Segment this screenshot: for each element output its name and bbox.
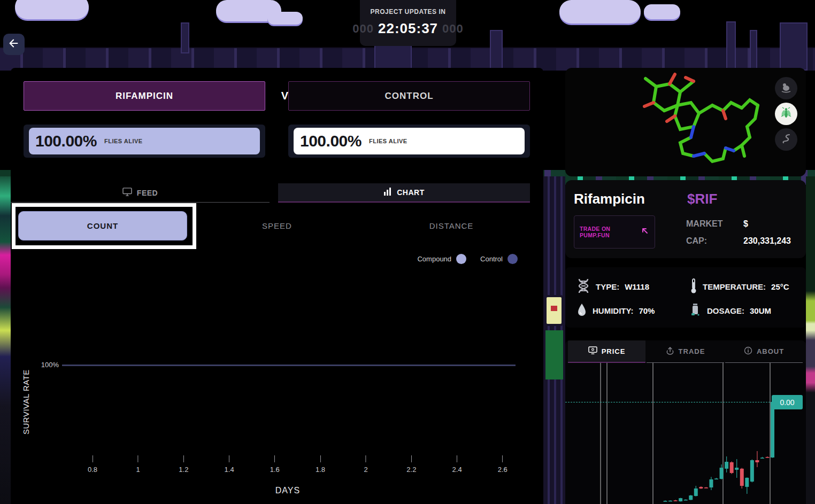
metric-tab-distance[interactable]: DISTANCE (429, 221, 474, 230)
background-left-strip (0, 176, 11, 504)
humidity-value: 70% (639, 306, 655, 315)
compound-stat-card: 100.00% FLIES ALIVE (24, 125, 265, 158)
droplet-icon (576, 303, 587, 319)
arrow-up-left-icon (641, 227, 649, 237)
x-tick: 0.8 (88, 455, 97, 474)
countdown-prefix: 000 (352, 22, 374, 36)
compound-tab-rifampicin[interactable]: RIFAMPICIN (24, 81, 265, 111)
countdown-label: PROJECT UPDATES IN (360, 8, 456, 15)
compound-name: Rifampicin (574, 191, 645, 207)
y-tick-100: 100% (31, 361, 59, 369)
market-cap-label-1: MARKET (686, 219, 722, 229)
tab-trade[interactable]: TRADE (647, 340, 724, 363)
fly-icon (779, 106, 793, 122)
tab-chart-label: CHART (397, 188, 425, 197)
compound-survival-label: FLIES ALIVE (104, 138, 143, 144)
dosage-bottle-icon (690, 303, 702, 319)
tab-trade-label: TRADE (679, 347, 705, 355)
tab-feed-label: FEED (137, 189, 158, 197)
organism-button-worm[interactable] (775, 128, 797, 151)
dosage-label: DOSAGE: (707, 306, 744, 315)
share-arrow-icon (666, 346, 674, 356)
tab-about-label: ABOUT (757, 347, 784, 355)
control-tab[interactable]: CONTROL (288, 81, 530, 111)
x-tick: 1.2 (179, 455, 188, 474)
background-detail (551, 306, 557, 311)
market-cap-currency: $ (743, 219, 748, 229)
machinery-tower (726, 21, 736, 71)
info-icon (744, 346, 752, 356)
background-detail (545, 330, 563, 379)
x-tick: 1.4 (225, 455, 234, 474)
humidity-label: HUMIDITY: (593, 306, 633, 315)
type-label: TYPE: (596, 282, 619, 291)
worm-icon (780, 132, 793, 147)
control-stat-card: 100.00% FLIES ALIVE (288, 125, 530, 158)
dosage-value: 30UM (750, 306, 771, 315)
experiment-params-panel: TYPE: W1118 TEMPERATURE: 25°C HUMIDITY: … (565, 267, 806, 328)
cloud (15, 0, 89, 19)
countdown-time: 22:05:37 (378, 20, 438, 37)
bar-chart-icon (383, 188, 392, 197)
x-tick: 2 (364, 455, 368, 474)
metric-tab-count[interactable]: COUNT (18, 211, 187, 241)
temperature-value: 25°C (771, 282, 789, 291)
tab-price-label: PRICE (602, 347, 626, 355)
price-panel: PRICE TRADE ABOUT 0.00 (565, 340, 806, 504)
x-tick: 1 (136, 455, 140, 474)
molecule-image (565, 68, 806, 176)
token-ticker: $RIF (687, 191, 717, 207)
organism-button-mouse[interactable] (775, 77, 797, 99)
metric-tab-speed[interactable]: SPEED (262, 221, 292, 230)
background-right-strip (806, 176, 815, 504)
type-value: W1118 (625, 282, 649, 291)
market-cap-value: 230,331,243 (743, 236, 791, 246)
temperature-label: TEMPERATURE: (703, 282, 766, 291)
trade-on-pumpfun-label: TRADE ON PUMP.FUN (580, 226, 641, 238)
legend-control-dot (508, 254, 518, 264)
control-survival-label: FLIES ALIVE (369, 138, 408, 144)
tab-chart[interactable]: CHART (278, 183, 530, 203)
x-tick: 2.2 (406, 455, 416, 474)
trade-on-pumpfun-button[interactable]: TRADE ON PUMP.FUN (574, 215, 655, 249)
legend-control-label: Control (480, 255, 503, 263)
back-arrow-icon (8, 37, 20, 51)
token-info-panel: Rifampicin $RIF TRADE ON PUMP.FUN MARKET… (565, 180, 806, 258)
survival-rate-line (62, 365, 516, 366)
dna-icon (576, 278, 590, 296)
molecule-viewer[interactable] (565, 68, 806, 176)
countdown-suffix: 000 (442, 22, 464, 36)
cloud (267, 12, 303, 25)
x-tick: 1.8 (316, 455, 325, 474)
legend-compound-label: Compound (417, 255, 451, 263)
thermometer-icon (690, 278, 697, 296)
machinery-tower (181, 22, 189, 53)
mouse-icon (780, 81, 793, 96)
control-survival-value: 100.00% (300, 132, 362, 150)
legend-compound-dot (456, 254, 466, 264)
x-axis-label: DAYS (275, 486, 300, 495)
machinery-tower (750, 30, 757, 71)
organism-button-fly[interactable] (775, 103, 797, 125)
experiment-panel: RIFAMPICIN VS CONTROL 100.00% FLIES ALIV… (11, 68, 543, 504)
x-tick: 2.4 (452, 455, 462, 474)
x-tick: 2.6 (498, 455, 508, 474)
screen-icon (588, 346, 597, 356)
cloud (559, 0, 641, 24)
compound-survival-value: 100.00% (35, 132, 97, 150)
cloud (644, 4, 680, 19)
machinery-tower (490, 30, 503, 71)
back-button[interactable] (3, 34, 25, 55)
tab-about[interactable]: ABOUT (725, 340, 803, 363)
x-tick: 1.6 (270, 455, 280, 474)
legend-item-compound[interactable]: Compound (417, 254, 466, 264)
legend-item-control[interactable]: Control (480, 254, 518, 264)
market-cap-label-2: CAP: (686, 236, 707, 246)
price-candlestick-chart: 0.00 (565, 363, 806, 504)
monitor-icon (122, 188, 132, 198)
current-price-flag: 0.00 (772, 395, 803, 409)
tab-feed[interactable]: FEED (11, 183, 270, 203)
y-axis-label: SURVIVAL RATE (20, 338, 31, 466)
chart-legend: Compound Control (417, 254, 518, 264)
tab-price[interactable]: PRICE (568, 340, 645, 363)
